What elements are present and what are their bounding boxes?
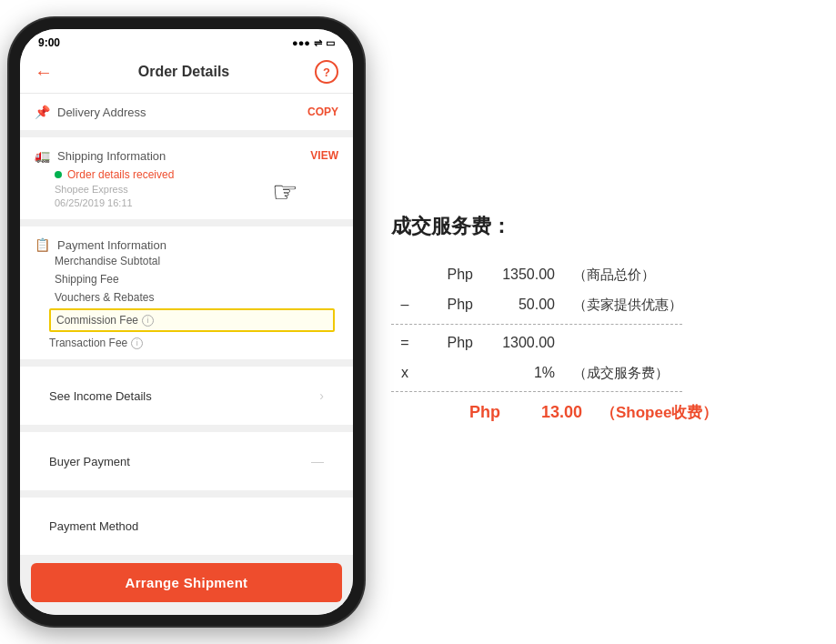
calc-row-1: Php 1350.00 （商品总价）	[391, 262, 800, 288]
transaction-fee-label: Transaction Fee	[49, 337, 127, 349]
payment-method-label: Payment Method	[49, 519, 138, 533]
payment-method-card: Payment Method	[20, 498, 353, 555]
calc-table: Php 1350.00 （商品总价） – Php 50.00 （卖家提供优惠） …	[391, 262, 800, 431]
calculation-panel: 成交服务费： Php 1350.00 （商品总价） – Php 50.00 （卖…	[364, 195, 827, 449]
battery-icon: ▭	[326, 37, 335, 49]
merchandise-subtotal-row: Merchandise Subtotal	[55, 252, 338, 270]
see-income-row[interactable]: See Income Details ›	[35, 377, 338, 414]
shipping-info-header: 🚛 Shipping Information VIEW	[35, 148, 338, 163]
calc-currency-3: Php	[418, 330, 473, 357]
calc-amount-2: 50.00	[473, 292, 555, 318]
order-received-text: Order details received	[67, 168, 174, 181]
shipping-carrier: Shopee Express	[55, 184, 338, 195]
transaction-fee-row: Transaction Fee i	[35, 334, 338, 352]
status-time: 9:00	[38, 36, 60, 49]
see-income-label: See Income Details	[49, 389, 152, 403]
status-icons: ●●● ⇌ ▭	[292, 37, 335, 49]
payment-info-header: 📋 Payment Information	[35, 237, 338, 252]
calc-currency-2: Php	[418, 292, 473, 318]
bottom-bar: Arrange Shipment	[20, 556, 353, 615]
calc-note-2: （卖家提供优惠）	[573, 292, 682, 317]
calc-row-2: – Php 50.00 （卖家提供优惠）	[391, 292, 800, 318]
shipping-fee-label: Shipping Fee	[55, 273, 119, 286]
help-button[interactable]: ?	[315, 60, 338, 84]
truck-icon: 🚛	[35, 148, 50, 163]
delivery-address-card: 📌 Delivery Address COPY	[20, 94, 353, 130]
location-icon: 📌	[35, 105, 50, 119]
shipping-fee-row: Shipping Fee	[55, 270, 338, 288]
calc-percent-4: 1%	[473, 360, 555, 387]
buyer-payment-row: Buyer Payment —	[35, 443, 338, 479]
buyer-payment-card: Buyer Payment —	[20, 432, 353, 490]
payment-label-text: Payment Information	[57, 238, 166, 252]
shipping-date: 06/25/2019 16:11	[55, 197, 338, 208]
arrange-shipment-button[interactable]: Arrange Shipment	[31, 563, 342, 602]
vouchers-rebates-label: Vouchers & Rebates	[55, 291, 154, 304]
back-button[interactable]: ←	[35, 62, 53, 83]
calc-op-2: –	[391, 292, 418, 318]
chevron-dash-icon: —	[311, 454, 324, 468]
delivery-address-header: 📌 Delivery Address COPY	[35, 105, 338, 119]
delivery-address-text: Delivery Address	[57, 106, 146, 119]
chevron-right-icon: ›	[319, 388, 324, 403]
phone-mockup: 9:00 ●●● ⇌ ▭ ← Order Details ? 📌 Deliver…	[9, 18, 364, 626]
calc-op-4: x	[391, 360, 418, 387]
order-received-status: Order details received	[55, 168, 338, 181]
commission-fee-label-wrap: Commission Fee i	[56, 314, 154, 327]
calc-row-3: = Php 1300.00	[391, 330, 800, 357]
calc-note-1: （商品总价）	[573, 262, 655, 287]
status-dot	[55, 171, 62, 178]
payment-method-row: Payment Method	[35, 508, 338, 544]
payment-icon: 📋	[35, 237, 50, 252]
calc-divider-1	[391, 324, 682, 325]
status-bar: 9:00 ●●● ⇌ ▭	[20, 29, 353, 53]
merchandise-subtotal-label: Merchandise Subtotal	[55, 255, 160, 267]
calc-final-currency: Php	[418, 397, 500, 427]
transaction-fee-label-wrap: Transaction Fee i	[49, 337, 143, 349]
calc-final-note: （Shopee收费）	[600, 399, 718, 428]
shipping-label: 🚛 Shipping Information	[35, 148, 166, 163]
vouchers-rebates-row: Vouchers & Rebates	[55, 288, 338, 307]
signal-icon: ●●●	[292, 37, 310, 48]
calc-row-final: Php 13.00 （Shopee收费）	[391, 397, 800, 428]
phone-screen: 9:00 ●●● ⇌ ▭ ← Order Details ? 📌 Deliver…	[20, 29, 353, 615]
shipping-info-card: 🚛 Shipping Information VIEW Order detail…	[20, 137, 353, 219]
shipping-label-text: Shipping Information	[57, 149, 166, 163]
page-title: Order Details	[138, 64, 229, 80]
view-button[interactable]: VIEW	[310, 149, 338, 162]
payment-info-card: 📋 Payment Information Merchandise Subtot…	[20, 226, 353, 359]
see-income-card[interactable]: See Income Details ›	[20, 367, 353, 425]
payment-label: 📋 Payment Information	[35, 237, 166, 252]
transaction-info-icon[interactable]: i	[131, 337, 143, 349]
buyer-payment-label: Buyer Payment	[49, 455, 130, 468]
calc-currency-1: Php	[418, 262, 473, 288]
commission-fee-row: Commission Fee i	[49, 308, 335, 332]
calc-row-4: x 1% （成交服务费）	[391, 360, 800, 387]
calc-amount-1: 1350.00	[473, 262, 555, 288]
calc-amount-3: 1300.00	[473, 330, 555, 357]
delivery-address-label: 📌 Delivery Address	[35, 105, 146, 119]
calc-divider-2	[391, 391, 682, 392]
calc-final-amount: 13.00	[500, 397, 582, 427]
nav-bar: ← Order Details ?	[20, 53, 353, 94]
calc-note-4: （成交服务费）	[573, 360, 669, 385]
screen-content: 📌 Delivery Address COPY 🚛 Shipping Infor…	[20, 94, 353, 556]
calc-title: 成交服务费：	[391, 213, 800, 240]
copy-button[interactable]: COPY	[307, 106, 338, 118]
wifi-icon: ⇌	[314, 37, 322, 49]
commission-info-icon[interactable]: i	[142, 315, 154, 327]
commission-fee-label: Commission Fee	[56, 314, 138, 327]
calc-op-3: =	[391, 330, 418, 357]
